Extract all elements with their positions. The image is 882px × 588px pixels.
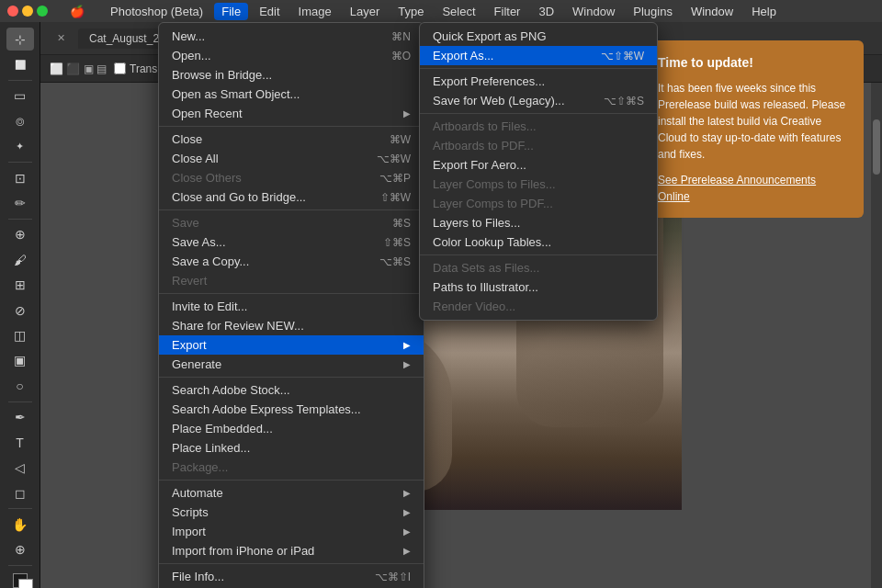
brush-tool[interactable]: 🖌 [6,248,34,271]
file-info[interactable]: File Info...⌥⌘⇧I [159,567,424,586]
file-place-linked[interactable]: Place Linked... [159,438,424,458]
file-close-go-bridge[interactable]: Close and Go to Bridge...⇧⌘W [159,187,424,207]
export-quick-png[interactable]: Quick Export as PNG [420,27,657,46]
gradient-tool[interactable]: ▣ [6,349,34,372]
export-submenu-dropdown: Quick Export as PNG Export As...⌥⇧⌘W Exp… [419,22,658,321]
file-search-stock[interactable]: Search Adobe Stock... [159,380,424,400]
export-artboards-files[interactable]: Artboards to Files... [420,117,657,136]
zoom-tool[interactable]: ⊕ [6,538,34,561]
eraser-tool[interactable]: ◫ [6,323,34,346]
menubar-photoshop[interactable]: Photoshop (Beta) [103,3,210,20]
hand-tool[interactable]: ✋ [6,513,34,536]
toast-body: It has been five weeks since this Prerel… [658,80,849,163]
export-render-video[interactable]: Render Video... [420,297,657,316]
apple-menu[interactable]: 🍎 [62,3,92,20]
minimize-button[interactable] [22,6,33,17]
clone-tool[interactable]: ⊞ [6,274,34,297]
separator-4 [159,377,424,378]
close-button[interactable] [7,6,18,17]
export-sep-3 [420,254,657,255]
file-open-smart[interactable]: Open as Smart Object... [159,85,424,104]
scrollbar-thumb[interactable] [873,119,880,175]
text-tool[interactable]: T [6,431,34,454]
file-automate[interactable]: Automate▶ [159,483,424,503]
file-search-express[interactable]: Search Adobe Express Templates... [159,400,424,419]
export-layer-comps-files[interactable]: Layer Comps to Files... [420,175,657,194]
artboard-tool[interactable]: ⬜ [6,52,34,75]
menubar-window[interactable]: Window [565,3,622,20]
dodge-tool[interactable]: ○ [6,374,34,397]
export-for-aero[interactable]: Export For Aero... [420,155,657,175]
shape-tool[interactable]: ◻ [6,481,34,504]
eyedropper-tool[interactable]: ✏ [6,191,34,214]
file-open[interactable]: Open...⌘O [159,46,424,65]
move-tool[interactable]: ⊹ [6,28,34,51]
file-generate[interactable]: Generate▶ [159,355,424,374]
export-paths-illustrator[interactable]: Paths to Illustrator... [420,277,657,297]
heal-tool[interactable]: ⊕ [6,223,34,246]
magic-wand-tool[interactable]: ✦ [6,135,34,158]
file-revert[interactable]: Revert [159,271,424,290]
export-layer-comps-pdf[interactable]: Layer Comps to PDF... [420,194,657,213]
separator-6 [159,563,424,564]
export-color-lookup[interactable]: Color Lookup Tables... [420,232,657,252]
separator-3 [159,293,424,294]
transparent-checkbox[interactable] [114,62,126,74]
file-save[interactable]: Save⌘S [159,213,424,232]
options-label: ⬜ ⬛ ▣ ▤ [50,62,107,75]
export-sep-1 [420,68,657,69]
export-data-sets[interactable]: Data Sets as Files... [420,258,657,277]
menubar-image[interactable]: Image [291,3,339,20]
separator-1 [159,126,424,127]
menubar-filter[interactable]: Filter [487,3,528,20]
file-close-others[interactable]: Close Others⌥⌘P [159,168,424,187]
file-save-as[interactable]: Save As...⇧⌘S [159,232,424,252]
file-export[interactable]: Export▶ [159,335,424,355]
menubar-3d[interactable]: 3D [531,3,561,20]
menu-bar: 🍎 Photoshop (Beta) File Edit Image Layer… [0,0,882,22]
path-select-tool[interactable]: ◁ [6,456,34,479]
menubar-edit[interactable]: Edit [252,3,287,20]
file-close-all[interactable]: Close All⌥⌘W [159,149,424,168]
menubar-help[interactable]: Help [744,3,784,20]
rect-select-tool[interactable]: ▭ [6,85,34,107]
file-close[interactable]: Close⌘W [159,130,424,149]
file-import[interactable]: Import▶ [159,522,424,541]
export-layers-files[interactable]: Layers to Files... [420,213,657,232]
export-preferences[interactable]: Export Preferences... [420,72,657,91]
separator-5 [159,480,424,481]
file-browse-bridge[interactable]: Browse in Bridge... [159,65,424,85]
export-save-web[interactable]: Save for Web (Legacy)...⌥⇧⌘S [420,91,657,110]
file-share-review[interactable]: Share for Review NEW... [159,316,424,335]
file-package[interactable]: Package... [159,458,424,477]
file-save-copy[interactable]: Save a Copy...⌥⌘S [159,252,424,271]
menubar-select[interactable]: Select [435,3,482,20]
menubar-layer[interactable]: Layer [343,3,388,20]
file-import-iphone[interactable]: Import from iPhone or iPad▶ [159,541,424,560]
maximize-button[interactable] [37,6,48,17]
file-invite-edit[interactable]: Invite to Edit... [159,297,424,316]
vertical-scrollbar[interactable] [871,83,882,588]
crop-tool[interactable]: ⊡ [6,166,34,189]
file-open-recent[interactable]: Open Recent▶ [159,104,424,123]
toast-title: Time to update! [658,53,849,73]
export-as[interactable]: Export As...⌥⇧⌘W [420,46,657,65]
menubar-file[interactable]: File [214,3,248,20]
separator-2 [159,209,424,210]
history-tool[interactable]: ⊘ [6,299,34,322]
file-scripts[interactable]: Scripts▶ [159,503,424,522]
menubar-plugins[interactable]: Plugins [626,3,680,20]
menubar-window2[interactable]: Window [684,3,741,20]
export-sep-2 [420,113,657,114]
export-artboards-pdf[interactable]: Artboards to PDF... [420,136,657,155]
file-new[interactable]: New...⌘N [159,27,424,46]
toast-link[interactable]: See Prerelease Announcements Online [658,172,849,205]
lasso-tool[interactable]: ⌾ [6,109,34,132]
update-toast: Time to update! It has been five weeks s… [643,40,864,218]
file-place-embedded[interactable]: Place Embedded... [159,419,424,438]
pen-tool[interactable]: ✒ [6,406,34,429]
menubar-type[interactable]: Type [390,3,431,20]
file-menu-dropdown: New...⌘N Open...⌘O Browse in Bridge... O… [158,22,424,588]
tools-panel: ⊹ ⬜ ▭ ⌾ ✦ ⊡ ✏ ⊕ 🖌 ⊞ ⊘ ◫ ▣ ○ ✒ T ◁ ◻ ✋ ⊕ [0,22,40,588]
traffic-lights [7,6,51,17]
